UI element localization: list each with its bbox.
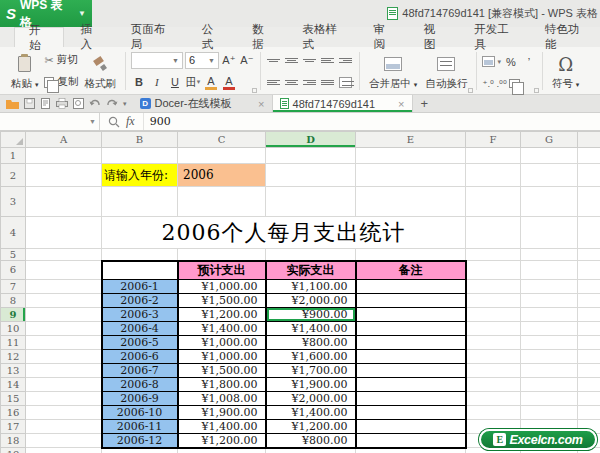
cell-H2[interactable] [578,164,600,187]
cell-G13[interactable] [521,363,578,377]
cell-G16[interactable] [521,405,578,419]
wrap-text-button[interactable]: 自动换行 [421,49,471,93]
cell-E12[interactable] [356,349,466,363]
cell-B6[interactable] [102,261,178,280]
month-cell-2006-1[interactable]: 2006-1 [102,279,178,293]
cell-F13[interactable] [466,363,521,377]
cell-G3[interactable] [521,187,578,217]
cell-B3[interactable] [102,187,178,217]
cell-C7[interactable]: ¥1,000.00 [178,279,266,293]
cell-C16[interactable]: ¥1,900.00 [178,405,266,419]
cell-D12[interactable]: ¥1,600.00 [266,349,356,363]
cell-C10[interactable]: ¥1,400.00 [178,321,266,335]
cell-E13[interactable] [356,363,466,377]
row-header-17[interactable]: 17 [1,419,26,433]
row-header-19[interactable]: 19 [1,448,26,453]
open-folder-icon[interactable] [6,98,19,109]
cell-F2[interactable] [466,164,521,187]
column-header-partial[interactable] [578,132,600,148]
row-header-4[interactable]: 4 [1,217,26,249]
cell-G10[interactable] [521,321,578,335]
cell-G2[interactable] [521,164,578,187]
menu-tab-视图[interactable]: 视图 [410,27,458,47]
column-header-F[interactable]: F [466,132,521,148]
number-format-icon[interactable] [482,56,495,67]
cell-D1[interactable] [266,148,356,164]
cell-E10[interactable] [356,321,466,335]
align-left-button[interactable] [266,74,282,91]
cell-G14[interactable] [521,377,578,391]
cell-E15[interactable] [356,391,466,405]
cell-A5[interactable] [26,249,102,261]
row-header-6[interactable]: 6 [1,261,26,280]
increase-indent-button[interactable] [338,52,354,69]
cell-D19[interactable] [266,448,356,453]
cell-A11[interactable] [26,335,102,349]
cell-F8[interactable] [466,293,521,307]
menu-tab-开发工具[interactable]: 开发工具 [460,27,529,47]
copy-button[interactable]: 复制 [42,74,80,90]
year-prompt-cell[interactable]: 请输入年份: [102,164,178,187]
cell-A6[interactable] [26,261,102,280]
cell-E16[interactable] [356,405,466,419]
menu-tab-公式[interactable]: 公式 [188,27,236,47]
shrink-font-button[interactable]: A⁻ [239,52,255,69]
cell-D15[interactable]: ¥2,000.00 [266,391,356,405]
cell-E19[interactable] [356,448,466,453]
menu-tab-审阅[interactable]: 审阅 [359,27,407,47]
cell-E18[interactable] [356,433,466,448]
row-header-15[interactable]: 15 [1,391,26,405]
cell-C8[interactable]: ¥1,500.00 [178,293,266,307]
cell-F14[interactable] [466,377,521,391]
year-input-cell[interactable]: 2006 [178,164,266,187]
cell-C18[interactable]: ¥1,200.00 [178,433,266,448]
menu-tab-特色功能[interactable]: 特色功能 [531,27,600,47]
cell-C13[interactable]: ¥1,500.00 [178,363,266,377]
cell-F5[interactable] [466,249,521,261]
selected-cell-D9[interactable]: ¥900.00 [266,307,356,321]
month-cell-2006-7[interactable]: 2006-7 [102,363,178,377]
cell-C19[interactable] [178,448,266,453]
row-header-8[interactable]: 8 [1,293,26,307]
cell-F11[interactable] [466,335,521,349]
cell-B1[interactable] [102,148,178,164]
cell-G11[interactable] [521,335,578,349]
merge-center-button[interactable]: 合并居中 ▾ [365,49,421,93]
month-cell-2006-10[interactable]: 2006-10 [102,405,178,419]
save-icon[interactable] [24,98,35,109]
cell-G1[interactable] [521,148,578,164]
print-preview-icon[interactable] [73,98,84,109]
cell-H10[interactable] [578,321,600,335]
cell-E5[interactable] [356,249,466,261]
cell-E1[interactable] [356,148,466,164]
menu-tab-页面布局[interactable]: 页面布局 [117,27,186,47]
cell-A13[interactable] [26,363,102,377]
cell-D11[interactable]: ¥800.00 [266,335,356,349]
cell-G9[interactable] [521,307,578,321]
cell-F7[interactable] [466,279,521,293]
document-tab-Docer-在线模板[interactable]: DDocer-在线模板× [133,95,273,112]
cell-G7[interactable] [521,279,578,293]
cell-H5[interactable] [578,249,600,261]
cell-A7[interactable] [26,279,102,293]
column-header-G[interactable]: G [521,132,578,148]
justify-button[interactable] [320,74,336,91]
row-header-9[interactable]: 9 [1,307,26,321]
cell-H15[interactable] [578,391,600,405]
new-tab-button[interactable]: + [413,95,437,112]
menu-tab-插入[interactable]: 插入 [66,27,114,47]
row-header-11[interactable]: 11 [1,335,26,349]
cell-F4[interactable] [466,217,521,249]
cell-H14[interactable] [578,377,600,391]
planned-header-cell[interactable]: 预计支出 [178,261,266,280]
font-dialog-launcher[interactable] [252,88,257,93]
cell-D3[interactable] [266,187,356,217]
row-header-5[interactable]: 5 [1,249,26,261]
format-painter-button[interactable]: 格式刷 [80,49,120,93]
cell-E3[interactable] [356,187,466,217]
cell-H9[interactable] [578,307,600,321]
align-bottom-button[interactable] [302,52,318,69]
font-color-button[interactable]: A [221,74,237,91]
cell-H3[interactable] [578,187,600,217]
month-cell-2006-6[interactable]: 2006-6 [102,349,178,363]
